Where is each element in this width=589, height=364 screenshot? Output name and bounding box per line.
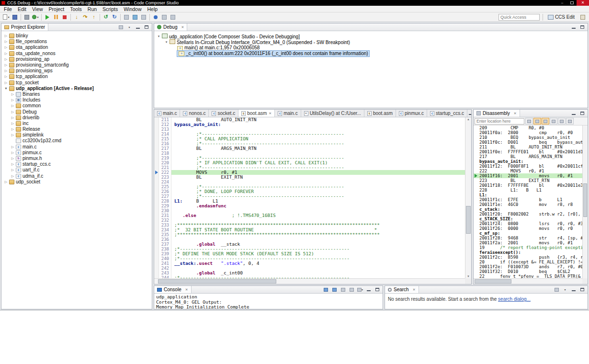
explorer-item[interactable]: ▷cstartup_ccs.c: [1, 161, 152, 167]
explorer-item[interactable]: ▷Debug: [1, 109, 152, 114]
editor-code-line[interactable]: BL ARGS_MAIN_RTN: [171, 146, 465, 151]
explorer-item[interactable]: ▷cmain.c: [1, 144, 152, 150]
build-icon[interactable]: [23, 13, 31, 21]
expander-icon[interactable]: ▷: [3, 39, 9, 45]
registers-icon[interactable]: [139, 13, 148, 21]
explorer-item[interactable]: ▷driverlib: [1, 115, 152, 121]
tab-debug[interactable]: Debug ✕: [154, 23, 187, 31]
editor-tab-pinmux-c[interactable]: cpinmux.c: [396, 110, 427, 117]
editor-horizontal-scrollbar[interactable]: [154, 278, 465, 284]
show-source-icon[interactable]: [542, 118, 549, 125]
clear-console-icon[interactable]: [322, 286, 329, 293]
expander-icon[interactable]: ▷: [3, 62, 9, 68]
breakpoints-icon[interactable]: [151, 13, 160, 21]
ccs-edit-perspective-button[interactable]: CCS Edit: [546, 13, 577, 21]
memory-browser-icon[interactable]: [131, 13, 139, 21]
menu-item-edit[interactable]: Edit: [15, 6, 29, 12]
minimize-view-icon[interactable]: [570, 110, 577, 116]
scrollbar-thumb[interactable]: [158, 279, 276, 284]
expander-icon[interactable]: ▷: [3, 179, 9, 185]
maximize-view-icon[interactable]: [579, 286, 586, 293]
editor-code-line[interactable]: bypass_auto_init:: [171, 122, 465, 127]
explorer-item[interactable]: ▷⊞Includes: [1, 97, 152, 103]
expander-icon[interactable]: ▼: [3, 86, 9, 91]
disassembly-row[interactable]: 20011f2a: 2001 movs r0, #1: [474, 240, 582, 245]
editor-code-line[interactable]: [171, 266, 465, 271]
maximize-view-icon[interactable]: [579, 24, 586, 30]
close-icon[interactable]: ✕: [185, 288, 188, 292]
editor-vertical-scrollbar[interactable]: ▲ ▼: [465, 117, 471, 278]
disassembly-row[interactable]: feraiseexcept():: [474, 250, 582, 255]
close-icon[interactable]: ✕: [269, 112, 272, 115]
disassembly-row[interactable]: 20011f16: 2001 movs r0, #1: [474, 173, 582, 178]
expander-icon[interactable]: ▷: [10, 167, 15, 173]
editor-code-line[interactable]: ;***************************************…: [171, 223, 465, 228]
console-output[interactable]: udp_applicationCortex_M4_0: GEL Output:M…: [154, 294, 383, 309]
disassembly-row[interactable]: bypass_auto_init:: [474, 159, 582, 164]
editor-code-line[interactable]: ;*--------------------------------------…: [171, 184, 465, 189]
expander-icon[interactable]: ▷: [10, 173, 15, 179]
disassembly-row[interactable]: 217 BL ARGS_MAIN_RTN: [474, 154, 582, 159]
editor-tab-startup-ccs-c[interactable]: cstartup_ccs.c: [427, 110, 467, 117]
source-lookup-icon[interactable]: [122, 13, 131, 21]
editor-code-line[interactable]: [171, 127, 465, 132]
explorer-item[interactable]: ▷ota_update_nonos: [1, 51, 152, 57]
menu-item-window[interactable]: Window: [121, 6, 144, 12]
minimize-view-icon[interactable]: [135, 24, 141, 30]
debug-tree-item[interactable]: ▾udp_application [Code Composer Studio -…: [154, 34, 588, 39]
disassembly-row[interactable]: 20011f2e: F010073D ands r7, r0, #0x3d: [474, 264, 582, 269]
close-icon[interactable]: ✕: [514, 112, 517, 115]
tab-console[interactable]: Console ✕: [154, 286, 192, 293]
disassembly-row[interactable]: 20011f20: F8002002 strb.w r2, [r0], #2: [474, 212, 582, 216]
scrollbar-thumb[interactable]: [466, 206, 471, 234]
explorer-item[interactable]: ▷cudma_if.c: [1, 173, 152, 179]
editor-code-line[interactable]: [171, 180, 465, 184]
expander-icon[interactable]: ▷: [10, 156, 15, 161]
disassembly-row[interactable]: 223 BL EXIT_RTN: [474, 178, 582, 183]
scroll-lock-icon[interactable]: [340, 286, 346, 293]
explorer-item[interactable]: ▷inc: [1, 121, 152, 126]
editor-code-line[interactable]: MOVS r0, #1: [171, 170, 465, 175]
tab-search[interactable]: Search ✕: [385, 286, 419, 293]
expander-icon[interactable]: ▷: [10, 121, 15, 126]
close-window-icon[interactable]: ✕: [577, 0, 589, 6]
editor-code-line[interactable]: [171, 218, 465, 223]
disassembly-row[interactable]: 222 MOVS r0, #1: [474, 169, 582, 173]
disassembly-row[interactable]: 20011f1e: 46C0 mov r8, r8: [474, 202, 582, 207]
disassembly-row[interactable]: 20011f0a: 2800 cmp r0, #0: [474, 130, 582, 135]
step-return-icon[interactable]: ↑: [90, 13, 98, 21]
expander-icon[interactable]: ▷: [10, 161, 15, 167]
editor-code-line[interactable]: ;*--------------------------------------…: [171, 156, 465, 160]
disassembly-row[interactable]: 20011f18: F7FFFF8E bl #0x20011e38: [474, 183, 582, 188]
editor-code-line[interactable]: __stack:.usect ".stack", 0, 4: [171, 261, 465, 266]
disassembly-row[interactable]: L1:: [474, 193, 582, 197]
editor-tab-utilsdelay-at-c-user-[interactable]: ≡UtilsDelay() at C:/User...: [301, 110, 364, 117]
explorer-item[interactable]: ▷hpinmux.h: [1, 156, 152, 161]
expander-icon[interactable]: ▷: [3, 74, 9, 80]
pin-view-icon[interactable]: [169, 13, 177, 21]
editor-tab-main-c[interactable]: cmain.c: [275, 110, 301, 117]
editor-code-line[interactable]: L1: B L1: [171, 199, 465, 204]
disassembly-row[interactable]: 211 BL AUTO_INIT_RTN: [474, 145, 582, 149]
editor-code-line[interactable]: BL EXIT_RTN: [171, 175, 465, 180]
disassembly-row[interactable]: 20 if ((except &= FE_ALL_EXCEPT) != 0): [474, 260, 582, 264]
expander-icon[interactable]: ▷: [3, 68, 9, 74]
expander-icon[interactable]: ▾: [164, 39, 169, 45]
open-perspective-icon[interactable]: [579, 14, 586, 20]
refresh-disassembly-icon[interactable]: [558, 118, 566, 125]
save-icon[interactable]: [11, 13, 19, 21]
disassembly-row[interactable]: 22 fenv_t *pfenv = _TLS_DATA_PTR(&__: [474, 274, 582, 278]
explorer-item[interactable]: ▷cpinmux.c: [1, 150, 152, 156]
disassembly-row[interactable]: 209 CMP R0, #0: [474, 125, 582, 130]
disassembly-vertical-scrollbar[interactable]: [582, 125, 588, 278]
explorer-item[interactable]: ▷common: [1, 103, 152, 109]
disassembly-row[interactable]: 20011f32: D010 beq $C$L2: [474, 269, 582, 274]
link-with-debug-context-icon[interactable]: [533, 118, 541, 125]
expander-icon[interactable]: ▷: [3, 57, 9, 62]
scroll-down-icon[interactable]: ▼: [465, 275, 471, 278]
expressions-icon[interactable]: [160, 13, 169, 21]
explorer-item[interactable]: ▷udp_socket: [1, 179, 152, 185]
go-to-location-icon[interactable]: [525, 118, 533, 125]
debug-tree-entry[interactable]: Stellaris In-Circuit Debug Interface_0/C…: [169, 39, 350, 46]
expander-icon[interactable]: ▷: [10, 109, 15, 115]
